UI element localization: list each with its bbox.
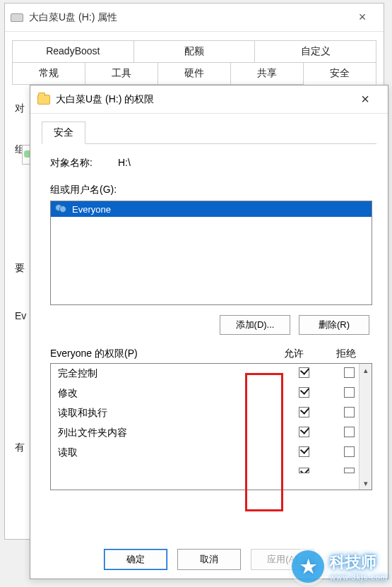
star-icon: ★ <box>300 556 316 578</box>
table-row <box>51 463 372 477</box>
permissions-for-label: Everyone 的权限(P) <box>50 348 268 360</box>
table-row: 完全控制 <box>51 364 372 384</box>
tab-custom[interactable]: 自定义 <box>255 40 376 63</box>
properties-tabs-row2: 常规 工具 硬件 共享 安全 <box>12 63 376 84</box>
tab-tools[interactable]: 工具 <box>85 63 158 85</box>
permissions-tabs: 安全 <box>42 121 376 144</box>
remove-button[interactable]: 删除(R) <box>299 315 369 335</box>
properties-tabs: ReadyBoost 配额 自定义 常规 工具 硬件 共享 安全 <box>5 32 384 84</box>
deny-checkbox[interactable] <box>344 367 355 378</box>
deny-checkbox[interactable] <box>344 387 355 398</box>
deny-checkbox[interactable] <box>344 427 355 437</box>
chevron-up-icon[interactable]: ▴ <box>360 364 372 376</box>
permissions-table: 完全控制修改读取和执行列出文件夹内容读取 ▴ ▾ <box>50 363 372 490</box>
allow-checkbox[interactable] <box>299 427 309 437</box>
tab-readyboost[interactable]: ReadyBoost <box>12 40 134 63</box>
permission-label: 读取 <box>58 446 281 459</box>
list-item[interactable]: Everyone <box>51 201 372 217</box>
watermark-brand: 科技师 <box>330 553 376 571</box>
tab-security[interactable]: 安全 <box>304 63 376 85</box>
column-allow: 允许 <box>268 348 320 360</box>
permission-label: 读取和执行 <box>58 407 281 420</box>
add-button[interactable]: 添加(D)... <box>220 315 290 335</box>
users-listbox[interactable]: Everyone <box>50 201 372 305</box>
close-icon[interactable]: × <box>347 10 378 25</box>
list-item-label: Everyone <box>72 204 111 215</box>
table-row: 修改 <box>51 384 372 403</box>
close-icon[interactable]: × <box>350 91 381 107</box>
allow-checkbox[interactable] <box>299 407 309 417</box>
tab-security[interactable]: 安全 <box>42 121 85 144</box>
permissions-body: 安全 对象名称: H:\ 组或用户名(G): Everyone 添加(D)...… <box>30 114 388 490</box>
allow-checkbox[interactable] <box>299 468 309 473</box>
watermark-badge-icon: ★ <box>292 550 324 583</box>
deny-checkbox[interactable] <box>344 446 355 457</box>
tab-general[interactable]: 常规 <box>12 63 85 85</box>
tab-sharing[interactable]: 共享 <box>231 63 304 85</box>
table-row: 读取 <box>51 443 372 463</box>
properties-title: 大白菜U盘 (H:) 属性 <box>29 11 347 24</box>
cancel-button[interactable]: 取消 <box>177 549 241 570</box>
permission-label: 修改 <box>58 387 281 400</box>
permission-label: 列出文件夹内容 <box>58 427 281 439</box>
deny-checkbox[interactable] <box>344 407 355 417</box>
scrollbar[interactable]: ▴ ▾ <box>359 364 372 490</box>
permissions-header: Everyone 的权限(P) 允许 拒绝 <box>50 348 372 360</box>
watermark-url: www.3kjs.com <box>330 573 388 581</box>
watermark-text: 科技师 www.3kjs.com <box>330 552 388 581</box>
watermark: ★ 科技师 www.3kjs.com <box>292 550 388 583</box>
object-name-value: H:\ <box>118 157 131 170</box>
drive-icon <box>11 13 23 22</box>
permission-label: 完全控制 <box>58 367 281 380</box>
users-icon <box>55 204 68 214</box>
permissions-titlebar: 大白菜U盘 (H:) 的权限 × <box>30 85 388 114</box>
groups-label: 组或用户名(G): <box>50 184 376 196</box>
table-row: 列出文件夹内容 <box>51 423 372 443</box>
tab-quota[interactable]: 配额 <box>134 40 256 63</box>
object-name-row: 对象名称: H:\ <box>50 157 376 170</box>
user-buttons: 添加(D)... 删除(R) <box>42 315 369 335</box>
allow-checkbox[interactable] <box>299 367 309 378</box>
table-row: 读取和执行 <box>51 403 372 423</box>
allow-checkbox[interactable] <box>299 446 309 457</box>
column-deny: 拒绝 <box>320 348 372 360</box>
ok-button[interactable]: 确定 <box>104 549 167 570</box>
object-name-label: 对象名称: <box>50 157 118 170</box>
tab-hardware[interactable]: 硬件 <box>158 63 231 85</box>
chevron-down-icon[interactable]: ▾ <box>360 477 372 490</box>
deny-checkbox[interactable] <box>344 468 355 473</box>
permissions-title: 大白菜U盘 (H:) 的权限 <box>56 93 350 106</box>
permissions-dialog: 大白菜U盘 (H:) 的权限 × 安全 对象名称: H:\ 组或用户名(G): … <box>30 85 388 579</box>
properties-tabs-row1: ReadyBoost 配额 自定义 <box>12 40 376 63</box>
allow-checkbox[interactable] <box>299 387 309 398</box>
properties-titlebar: 大白菜U盘 (H:) 属性 × <box>5 4 384 32</box>
folder-icon <box>37 95 50 105</box>
